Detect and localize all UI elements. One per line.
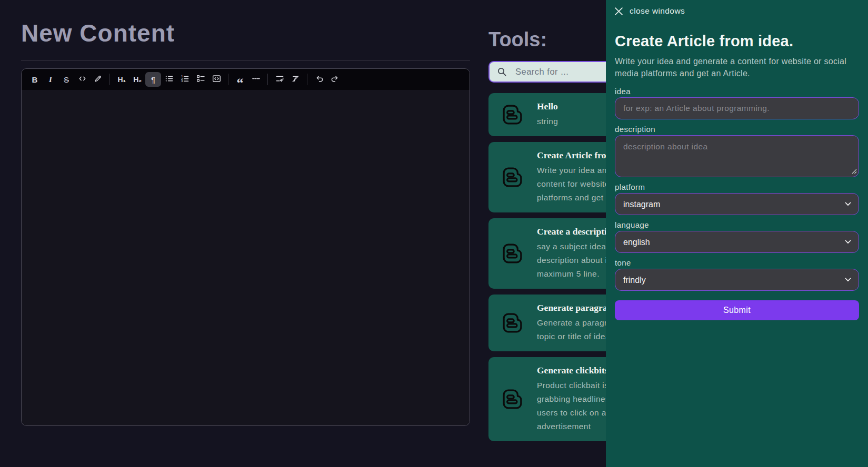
toolbar-divider (307, 74, 307, 85)
bullet-list-icon (165, 74, 174, 85)
paragraph-button[interactable]: ¶ (145, 72, 161, 87)
hard-break-icon (275, 74, 284, 85)
create-article-panel: close windows Create Article from idea. … (606, 0, 868, 467)
close-panel-button[interactable]: close windows (615, 5, 685, 17)
ordered-list-button[interactable]: 123 (177, 72, 193, 87)
undo-button[interactable] (311, 72, 327, 87)
blogger-icon (500, 387, 524, 411)
tone-select[interactable]: frindly (615, 269, 859, 291)
redo-button[interactable] (327, 72, 343, 87)
toolbar-divider (267, 74, 268, 85)
close-panel-label: close windows (630, 6, 685, 16)
rich-text-editor: BISH₁H₂¶123“ (21, 68, 470, 426)
italic-button[interactable]: I (43, 72, 58, 87)
strikethrough-icon: S (64, 75, 69, 84)
editor-content[interactable] (22, 90, 470, 426)
blogger-icon (500, 311, 524, 335)
heading-1-button[interactable]: H₁ (114, 72, 129, 87)
code-block-button[interactable] (208, 72, 224, 87)
tool-card-body: Hello string (537, 101, 558, 128)
heading-2-button[interactable]: H₂ (129, 72, 145, 87)
tool-card-desc: string (537, 115, 558, 128)
toolbar-divider (228, 74, 228, 85)
strikethrough-button[interactable]: S (58, 72, 74, 87)
platform-select-wrap: instagram (615, 193, 859, 215)
highlight-button[interactable] (90, 72, 106, 87)
title-divider (21, 60, 470, 60)
blogger-icon (500, 165, 524, 189)
toolbar-divider (109, 74, 110, 85)
clear-format-icon (291, 74, 300, 85)
submit-button[interactable]: Submit (615, 300, 859, 320)
description-field-wrap (615, 135, 859, 177)
close-icon (615, 7, 623, 15)
app-background: { "page": { "title": "New Content" }, "e… (0, 0, 868, 467)
code-block-icon (212, 74, 221, 85)
tone-select-wrap: frindly (615, 269, 859, 291)
hard-break-button[interactable] (272, 72, 287, 87)
description-label: description (615, 125, 859, 134)
editor-toolbar: BISH₁H₂¶123“ (22, 69, 470, 90)
bold-icon: B (32, 75, 38, 84)
search-icon (497, 67, 507, 77)
blockquote-icon: “ (237, 74, 244, 85)
horizontal-rule-button[interactable] (248, 72, 264, 87)
panel-title: Create Article from idea. (615, 33, 859, 50)
undo-icon (315, 74, 324, 85)
svg-text:3: 3 (181, 79, 183, 83)
platform-select[interactable]: instagram (615, 193, 859, 215)
clear-format-button[interactable] (287, 72, 303, 87)
tone-label: tone (615, 258, 859, 267)
redo-icon (331, 74, 340, 85)
highlight-icon (94, 74, 103, 85)
heading-2-icon: H₂ (133, 75, 141, 84)
language-label: language (615, 220, 859, 229)
language-select-wrap: english (615, 231, 859, 253)
paragraph-icon: ¶ (151, 75, 155, 84)
blogger-icon (500, 103, 524, 127)
tool-card-title: Hello (537, 101, 558, 112)
code-button[interactable] (74, 72, 90, 87)
platform-label: platform (615, 182, 859, 191)
blogger-icon (500, 241, 524, 266)
idea-input[interactable] (615, 97, 859, 119)
blockquote-button[interactable]: “ (232, 72, 248, 87)
bullet-list-button[interactable] (161, 72, 177, 87)
bold-button[interactable]: B (27, 72, 43, 87)
page-title: New Content (21, 19, 175, 47)
code-icon (78, 74, 87, 85)
idea-label: idea (615, 87, 859, 96)
panel-subtitle: Write your idea and generate a content f… (615, 55, 859, 79)
description-textarea[interactable] (615, 135, 859, 177)
italic-icon: I (49, 75, 52, 84)
task-list-icon (196, 74, 205, 85)
horizontal-rule-icon (252, 74, 261, 85)
task-list-button[interactable] (193, 72, 208, 87)
heading-1-icon: H₁ (118, 75, 126, 84)
ordered-list-icon: 123 (181, 74, 189, 85)
language-select[interactable]: english (615, 231, 859, 253)
